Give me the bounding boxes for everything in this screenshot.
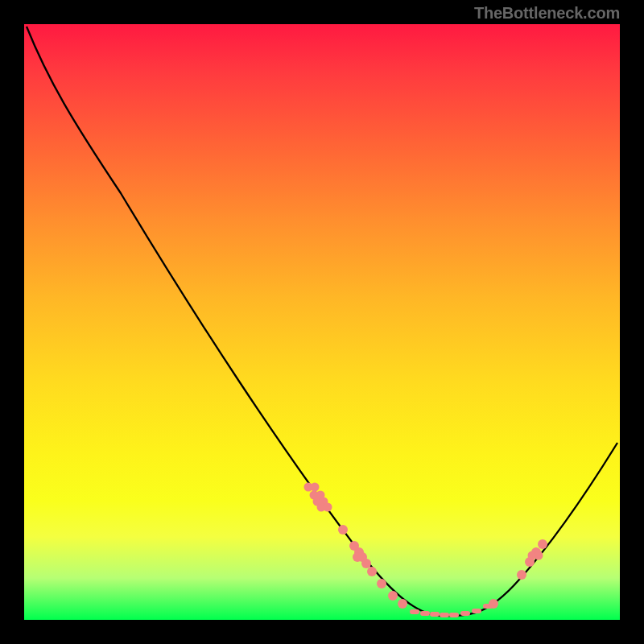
data-marker-dash	[440, 613, 449, 617]
data-marker-dash	[449, 613, 459, 617]
data-marker	[398, 599, 407, 609]
data-marker-pair	[311, 483, 320, 492]
data-marker-pair	[324, 503, 332, 512]
data-marker-pair	[535, 551, 543, 560]
curve-line	[27, 27, 617, 616]
data-marker	[538, 539, 547, 549]
data-marker	[517, 570, 526, 580]
chart-content	[27, 27, 617, 617]
attribution-label: TheBottleneck.com	[474, 4, 620, 23]
data-marker	[361, 559, 371, 568]
data-marker-dash	[410, 609, 419, 614]
data-marker-dash	[430, 612, 440, 617]
data-marker-dash	[472, 609, 481, 613]
data-marker	[338, 525, 348, 535]
data-marker	[489, 599, 498, 609]
chart-svg	[24, 24, 620, 620]
data-marker-dash	[460, 611, 470, 616]
data-marker	[377, 579, 386, 588]
data-marker	[367, 567, 377, 576]
data-marker-dash	[420, 611, 430, 616]
data-marker	[388, 591, 398, 601]
